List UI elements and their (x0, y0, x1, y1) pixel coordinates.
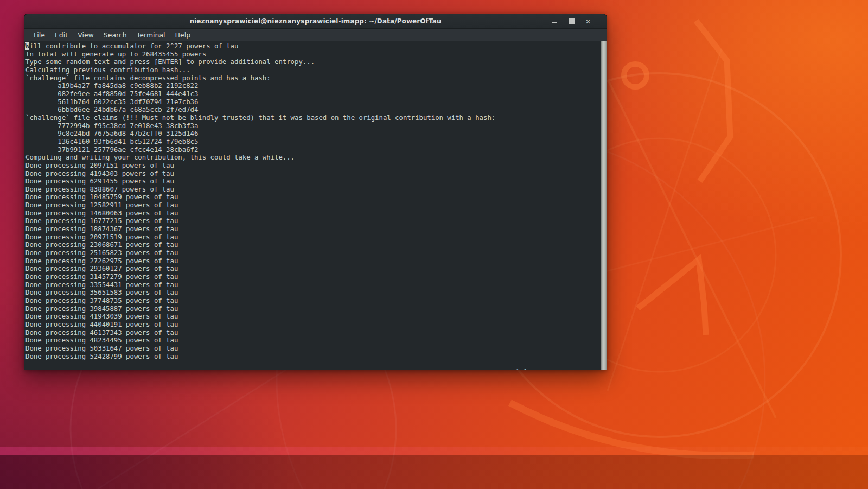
terminal-line: Done processing 2097151 powers of tau (25, 162, 601, 170)
wallpaper-horizon-band (0, 447, 868, 455)
terminal-line: Done processing 14680063 powers of tau (25, 209, 601, 218)
wallpaper-floor-band (0, 455, 868, 489)
menu-view[interactable]: View (73, 30, 99, 40)
terminal-line: Done processing 12582911 powers of tau (25, 201, 601, 209)
terminal-line: 136c4160 93fb6d41 bc512724 f79eb8c5 (25, 138, 601, 146)
terminal-window: nieznanysprawiciel@nieznanysprawiciel-im… (24, 14, 607, 370)
terminal-line: Will contribute to accumulator for 2^27 … (25, 42, 601, 50)
window-title: nieznanysprawiciel@nieznanysprawiciel-im… (24, 17, 607, 25)
terminal-line: Done processing 48234495 powers of tau (25, 336, 601, 345)
titlebar[interactable]: nieznanysprawiciel@nieznanysprawiciel-im… (24, 14, 607, 29)
menu-search[interactable]: Search (99, 30, 132, 40)
menu-help[interactable]: Help (170, 30, 196, 40)
terminal-line: Done processing 44040191 powers of tau (25, 321, 601, 329)
terminal-area: Will contribute to accumulator for 2^27 … (24, 41, 607, 370)
terminal-line: `challenge` file contains decompressed p… (25, 74, 601, 82)
terminal-line: Done processing 31457279 powers of tau (25, 273, 601, 281)
terminal-line: 7772994b f95c38cd 7e018e43 38cb3f3a (25, 122, 601, 130)
terminal-line: 5611b764 6022cc35 3df70794 71e7cb36 (25, 98, 601, 106)
close-icon: ✕ (585, 18, 591, 25)
terminal-line: Done processing 33554431 powers of tau (25, 281, 601, 289)
terminal-line: Done processing 23068671 powers of tau (25, 241, 601, 249)
terminal-scrollbar[interactable] (601, 41, 607, 370)
terminal-line: Done processing 35651583 powers of tau (25, 289, 601, 297)
maximize-button[interactable] (565, 16, 578, 27)
terminal-line: Done processing 4194303 powers of tau (25, 170, 601, 178)
menu-terminal[interactable]: Terminal (132, 30, 170, 40)
terminal-output[interactable]: Will contribute to accumulator for 2^27 … (24, 41, 601, 370)
terminal-line: Done processing 29360127 powers of tau (25, 265, 601, 273)
terminal-line: Done processing 46137343 powers of tau (25, 329, 601, 337)
terminal-line: `challenge` file claims (!!! Must not be… (25, 114, 601, 122)
terminal-line: 6bbbd6ee 24bdb67a c68a5ccb 2f7ed7d4 (25, 106, 601, 114)
minimize-button[interactable] (548, 16, 561, 27)
minimize-icon (552, 22, 557, 23)
terminal-line: Done processing 20971519 powers of tau (25, 233, 601, 242)
terminal-line: Done processing 16777215 powers of tau (25, 217, 601, 225)
maximize-icon (569, 18, 575, 24)
vim-ruler: 1,1 (515, 367, 527, 370)
terminal-line: a19b4a27 fa845da8 c9eb88b2 2192c822 (25, 82, 601, 90)
terminal-line: Done processing 39845887 powers of tau (25, 305, 601, 313)
terminal-line: Done processing 18874367 powers of tau (25, 225, 601, 233)
terminal-line: Done processing 25165823 powers of tau (25, 249, 601, 257)
terminal-line: Done processing 6291455 powers of tau (25, 177, 601, 186)
terminal-line: Done processing 41943039 powers of tau (25, 313, 601, 321)
terminal-line: 082fe9ee a4f8850d 75fe4681 444e41c3 (25, 90, 601, 98)
menu-file[interactable]: File (29, 30, 50, 40)
close-button[interactable]: ✕ (582, 16, 595, 27)
terminal-line: Type some random text and press [ENTER] … (25, 58, 601, 66)
window-controls: ✕ (548, 14, 595, 29)
vim-statusline: 1,1 Top (25, 359, 601, 367)
terminal-line: 37b99121 257796ae cfcc4e14 38cba6f2 (25, 146, 601, 154)
terminal-line: Done processing 37748735 powers of tau (25, 297, 601, 305)
terminal-line: Done processing 10485759 powers of tau (25, 193, 601, 201)
terminal-line: Done processing 50331647 powers of tau (25, 345, 601, 353)
menu-edit[interactable]: Edit (50, 30, 73, 40)
text-cursor: W (25, 42, 29, 50)
terminal-line: Done processing 8388607 powers of tau (25, 186, 601, 194)
terminal-line: Done processing 27262975 powers of tau (25, 257, 601, 265)
terminal-line: Calculating previous contribution hash..… (25, 66, 601, 74)
menubar: File Edit View Search Terminal Help (24, 29, 607, 41)
terminal-line: In total will generate up to 268435455 p… (25, 50, 601, 59)
terminal-line: 9c8e24bd 7675a6d8 47b2cff0 3125d146 (25, 130, 601, 138)
terminal-line: Computing and writing your contribution,… (25, 154, 601, 162)
